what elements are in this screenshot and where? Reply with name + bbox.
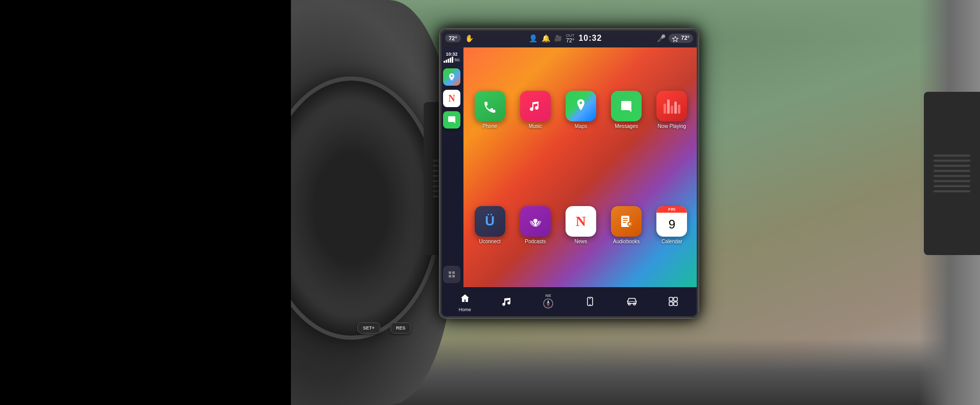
app-icon-music[interactable]: Music (515, 55, 555, 165)
phone-nav-icon (585, 296, 595, 309)
app-icon-phone[interactable]: Phone (470, 55, 510, 165)
svg-rect-2 (452, 271, 455, 274)
calendar-day-label: FRI (656, 206, 687, 213)
calendar-day-number: 9 (656, 213, 687, 237)
sidebar-item-messages[interactable] (443, 111, 461, 129)
temp-left-badge: 72° (445, 34, 461, 42)
music-label: Music (529, 123, 542, 129)
nav-item-music[interactable] (486, 296, 528, 309)
uconnect-icon: Ü (475, 206, 505, 237)
car-nav-icon (626, 296, 638, 309)
svg-point-18 (590, 304, 591, 305)
svg-rect-22 (669, 297, 673, 301)
vent-slat (934, 170, 970, 172)
svg-rect-25 (674, 302, 677, 306)
messages-icon (611, 91, 642, 121)
res-button[interactable]: RES (390, 322, 411, 334)
nav-item-phone[interactable] (569, 296, 611, 309)
svg-rect-9 (623, 218, 628, 219)
vent-slat (934, 175, 970, 177)
vent-slat (934, 160, 970, 162)
svg-rect-10 (623, 220, 628, 221)
bell-icon: 🔔 (542, 34, 550, 42)
vent-slat (934, 180, 970, 182)
app-icon-maps[interactable]: Maps (560, 55, 601, 165)
infotainment-screen: 72° ✋ 👤 🔔 🎥 OUT 72° 10:32 🎤 (439, 28, 699, 319)
nav-item-grid[interactable] (652, 297, 694, 309)
news-icon: N (566, 206, 596, 237)
vent-slat (934, 165, 970, 167)
sidebar-grid-button[interactable] (443, 266, 460, 283)
svg-rect-1 (449, 271, 451, 274)
app-icon-audiobooks[interactable]: Audiobooks (606, 170, 647, 280)
app-icon-podcasts[interactable]: Podcasts (515, 170, 555, 280)
temp-right-badge: 72° (669, 34, 693, 42)
messages-label: Messages (615, 123, 638, 129)
music-icon (520, 91, 551, 121)
messages-sidebar-icon (443, 111, 460, 129)
vent-slat (934, 185, 970, 187)
music-nav-icon (502, 296, 512, 309)
compass-icon (543, 298, 554, 312)
compass-direction: NE (546, 293, 551, 298)
svg-marker-0 (672, 36, 678, 42)
sidebar-time: 10:32 5G (444, 52, 460, 63)
set-plus-button[interactable]: SET+ (357, 322, 380, 334)
uconnect-label: Uconnect (479, 239, 500, 244)
nav-item-home[interactable]: Home (444, 293, 486, 312)
phone-label: Phone (482, 123, 497, 129)
out-temp: 72° (566, 38, 575, 43)
news-label: News (574, 239, 587, 244)
app-grid: Phone Music (463, 47, 698, 287)
maps-icon (566, 91, 596, 121)
status-center: 👤 🔔 🎥 OUT 72° 10:32 (529, 34, 602, 43)
phone-icon (475, 91, 505, 121)
calendar-icon: FRI 9 (656, 206, 687, 237)
svg-rect-24 (669, 302, 673, 306)
maps-label: Maps (575, 123, 587, 129)
app-grid-area: Phone Music (463, 47, 698, 287)
sidebar-item-news[interactable]: N (443, 89, 461, 108)
person-icon: 👤 (529, 34, 537, 42)
nav-item-navigation[interactable]: NE (527, 293, 569, 312)
audiobooks-label: Audiobooks (613, 239, 640, 244)
mic-icon: 🎤 (657, 34, 666, 42)
left-black-panel (0, 0, 291, 405)
signal-bars (444, 57, 453, 63)
app-icon-news[interactable]: N News (560, 170, 601, 280)
podcasts-icon (520, 206, 551, 237)
right-air-vent (924, 92, 980, 255)
svg-rect-3 (449, 275, 451, 277)
status-left: 72° ✋ (445, 34, 474, 42)
now-playing-icon (656, 91, 687, 121)
audiobooks-icon (611, 206, 642, 237)
app-icon-messages[interactable]: Messages (606, 55, 647, 165)
app-icon-uconnect[interactable]: Ü Uconnect (470, 170, 510, 280)
home-nav-label: Home (459, 307, 471, 312)
svg-point-20 (628, 303, 630, 305)
podcasts-label: Podcasts (525, 239, 546, 244)
vent-slat (934, 155, 970, 157)
bottom-nav: Home NE (440, 287, 698, 318)
svg-rect-11 (623, 222, 626, 223)
clock-display: 10:32 (578, 34, 602, 43)
vent-slat (934, 190, 970, 192)
app-icon-now-playing[interactable]: Now Playing (652, 55, 692, 165)
nav-item-car[interactable] (611, 296, 653, 309)
sidebar-item-maps[interactable] (443, 68, 461, 86)
app-icon-calendar[interactable]: FRI 9 Calendar (652, 170, 692, 280)
calendar-label: Calendar (662, 239, 682, 244)
outside-temp-group: OUT 72° (566, 34, 575, 43)
svg-point-5 (533, 219, 537, 223)
svg-rect-23 (674, 297, 677, 301)
svg-rect-4 (452, 275, 455, 277)
steering-controls: SET+ RES (357, 322, 411, 334)
status-right: 🎤 72° (657, 34, 693, 42)
car-interior: SET+ RES (291, 0, 980, 405)
svg-rect-19 (589, 298, 591, 299)
svg-point-21 (633, 303, 635, 305)
screen-main: 10:32 5G (440, 47, 698, 287)
news-sidebar-icon: N (443, 90, 460, 107)
home-icon (460, 293, 470, 306)
status-bar: 72° ✋ 👤 🔔 🎥 OUT 72° 10:32 🎤 (440, 29, 698, 47)
